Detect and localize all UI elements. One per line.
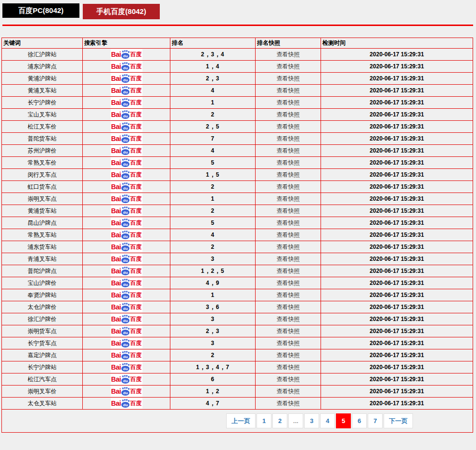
view-snapshot-link[interactable]: 查看快照: [277, 316, 300, 322]
view-snapshot-link[interactable]: 查看快照: [277, 111, 300, 118]
table-row: 普陀沪牌点 Bai du 百度 1，2，5 查看快照 2020-06-17 15…: [2, 265, 473, 277]
baidu-paw-icon: du: [121, 243, 129, 251]
baidu-logo-bai-text: Bai: [111, 87, 121, 94]
page-button-5[interactable]: 5: [336, 413, 351, 428]
view-snapshot-link[interactable]: 查看快照: [277, 244, 300, 250]
search-engine-cell: Bai du 百度: [83, 229, 170, 241]
page-button-4[interactable]: 4: [320, 413, 335, 428]
baidu-paw-icon: du: [121, 231, 129, 239]
view-snapshot-link[interactable]: 查看快照: [277, 256, 300, 262]
snapshot-cell: 查看快照: [256, 85, 321, 97]
page-button-7[interactable]: 7: [368, 413, 383, 428]
table-row: 常熟叉车价 Bai du 百度 5 查看快照 2020-06-17 15:29:…: [2, 157, 473, 169]
baidu-logo: Bai du 百度: [111, 157, 142, 168]
baidu-paw-icon: du: [121, 255, 129, 263]
red-divider: [2, 25, 473, 26]
baidu-logo-bai-text: Bai: [111, 123, 121, 130]
view-snapshot-link[interactable]: 查看快照: [277, 352, 300, 359]
keyword-cell: 黄浦沪牌站: [2, 73, 83, 85]
view-snapshot-link[interactable]: 查看快照: [277, 400, 300, 407]
view-snapshot-link[interactable]: 查看快照: [277, 219, 300, 226]
baidu-logo-cn-text: 百度: [130, 51, 142, 59]
search-engine-cell: Bai du 百度: [83, 361, 170, 373]
tab-baidu-mobile[interactable]: 手机百度(8042): [83, 4, 160, 19]
next-page-button[interactable]: 下一页: [384, 413, 413, 428]
rank-cell: 3: [170, 337, 256, 349]
baidu-logo-cn-text: 百度: [130, 387, 142, 396]
check-time-cell: 2020-06-17 15:29:31: [321, 398, 473, 410]
baidu-paw-icon: du: [121, 159, 129, 167]
keyword-cell: 崇明货车点: [2, 325, 83, 337]
baidu-logo-cn-text: 百度: [130, 267, 142, 275]
view-snapshot-link[interactable]: 查看快照: [277, 304, 300, 310]
check-time-cell: 2020-06-17 15:29:31: [321, 85, 473, 97]
baidu-paw-icon: du: [121, 291, 129, 299]
rank-cell: 5: [170, 157, 256, 169]
view-snapshot-link[interactable]: 查看快照: [277, 63, 300, 70]
view-snapshot-link[interactable]: 查看快照: [277, 99, 300, 106]
prev-page-button[interactable]: 上一页: [226, 413, 256, 428]
view-snapshot-link[interactable]: 查看快照: [277, 87, 300, 94]
snapshot-cell: 查看快照: [256, 145, 321, 157]
search-engine-cell: Bai du 百度: [83, 121, 170, 133]
view-snapshot-link[interactable]: 查看快照: [277, 292, 300, 298]
baidu-logo-bai-text: Bai: [111, 327, 121, 335]
rank-cell: 2: [170, 241, 256, 253]
page-button-2[interactable]: 2: [272, 413, 287, 428]
table-row: 常熟叉车站 Bai du 百度 4 查看快照 2020-06-17 15:29:…: [2, 229, 473, 241]
view-snapshot-link[interactable]: 查看快照: [277, 280, 300, 286]
tab-baidu-pc[interactable]: 百度PC(8042): [2, 3, 79, 18]
view-snapshot-link[interactable]: 查看快照: [277, 183, 300, 190]
baidu-paw-icon: du: [121, 135, 129, 143]
search-engine-cell: Bai du 百度: [83, 73, 170, 85]
baidu-logo-du-text: du: [121, 342, 129, 347]
view-snapshot-link[interactable]: 查看快照: [277, 75, 300, 82]
view-snapshot-link[interactable]: 查看快照: [277, 171, 300, 178]
view-snapshot-link[interactable]: 查看快照: [277, 268, 300, 274]
baidu-logo-bai-text: Bai: [111, 255, 121, 263]
view-snapshot-link[interactable]: 查看快照: [277, 159, 300, 166]
search-engine-cell: Bai du 百度: [83, 109, 170, 121]
view-snapshot-link[interactable]: 查看快照: [277, 376, 300, 383]
rank-cell: 5: [170, 217, 256, 229]
baidu-logo-du-text: du: [121, 222, 129, 227]
baidu-logo: Bai du 百度: [111, 145, 142, 156]
baidu-logo-du-text: du: [121, 378, 129, 384]
check-time-cell: 2020-06-17 15:29:31: [321, 49, 473, 61]
view-snapshot-link[interactable]: 查看快照: [277, 340, 300, 347]
view-snapshot-link[interactable]: 查看快照: [277, 231, 300, 238]
page-button-1[interactable]: 1: [257, 413, 271, 428]
snapshot-cell: 查看快照: [256, 181, 321, 193]
baidu-logo-du-text: du: [121, 162, 129, 167]
snapshot-cell: 查看快照: [256, 301, 321, 313]
baidu-logo-du-text: du: [121, 65, 129, 71]
snapshot-cell: 查看快照: [256, 265, 321, 277]
view-snapshot-link[interactable]: 查看快照: [277, 51, 300, 58]
page-button-6[interactable]: 6: [352, 413, 367, 428]
table-row: 青浦叉车站 Bai du 百度 3 查看快照 2020-06-17 15:29:…: [2, 253, 473, 265]
view-snapshot-link[interactable]: 查看快照: [277, 123, 300, 130]
baidu-paw-icon: du: [121, 315, 129, 323]
check-time-cell: 2020-06-17 15:29:31: [321, 265, 473, 277]
view-snapshot-link[interactable]: 查看快照: [277, 388, 300, 395]
rank-cell: 1，4: [170, 61, 256, 73]
keyword-cell: 徐汇沪牌价: [2, 313, 83, 325]
view-snapshot-link[interactable]: 查看快照: [277, 328, 300, 334]
baidu-logo: Bai du 百度: [111, 109, 142, 120]
baidu-logo-bai-text: Bai: [111, 219, 121, 227]
view-snapshot-link[interactable]: 查看快照: [277, 135, 300, 142]
view-snapshot-link[interactable]: 查看快照: [277, 207, 300, 214]
keyword-cell: 青浦叉车站: [2, 253, 83, 265]
table-row: 虹口货车点 Bai du 百度 2 查看快照 2020-06-17 15:29:…: [2, 181, 473, 193]
table-row: 黄浦叉车站 Bai du 百度 4 查看快照 2020-06-17 15:29:…: [2, 85, 473, 97]
view-snapshot-link[interactable]: 查看快照: [277, 147, 300, 154]
page-button-3[interactable]: 3: [304, 413, 319, 428]
baidu-logo-du-text: du: [121, 282, 129, 287]
table-row: 奉贤沪牌站 Bai du 百度 1 查看快照 2020-06-17 15:29:…: [2, 289, 473, 301]
rank-cell: 2，3: [170, 73, 256, 85]
baidu-logo-bai-text: Bai: [111, 75, 121, 82]
rank-cell: 4，9: [170, 277, 256, 289]
view-snapshot-link[interactable]: 查看快照: [277, 364, 300, 371]
keyword-cell: 常熟叉车站: [2, 229, 83, 241]
view-snapshot-link[interactable]: 查看快照: [277, 195, 300, 202]
